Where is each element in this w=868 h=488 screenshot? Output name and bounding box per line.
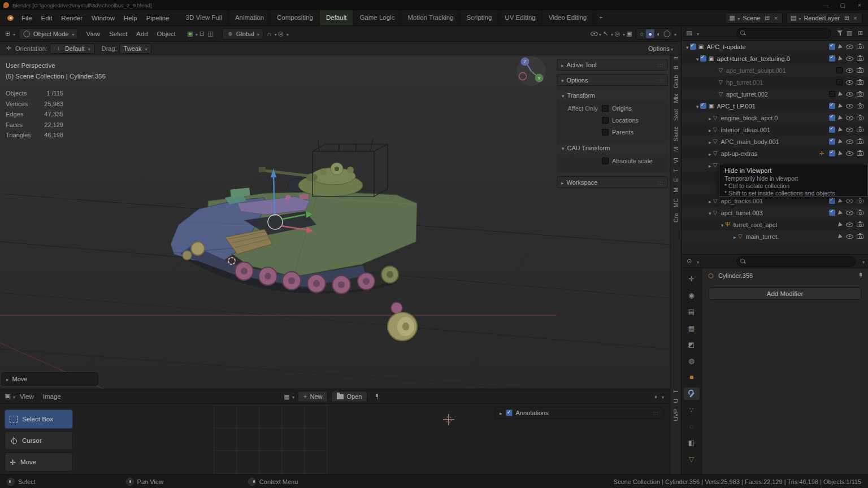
new-image-button[interactable]: +New: [298, 391, 328, 402]
sidebar-tab[interactable]: It: [672, 55, 679, 64]
axis-gizmo[interactable]: Z Y: [517, 56, 546, 86]
add-workspace-button[interactable]: +: [593, 10, 608, 25]
blender-logo-icon[interactable]: [5, 15, 14, 21]
pin-icon[interactable]: [374, 394, 380, 399]
expand-arrow-icon[interactable]: [696, 55, 699, 62]
disable-render-icon[interactable]: [857, 151, 863, 156]
properties-editor-icon[interactable]: ⊙: [685, 257, 693, 265]
selectable-pointer-icon[interactable]: [838, 139, 843, 145]
expand-arrow-icon[interactable]: [696, 103, 699, 110]
disable-render-icon[interactable]: [857, 56, 863, 61]
selectable-checkbox[interactable]: [829, 198, 835, 204]
properties-search[interactable]: [736, 256, 856, 267]
outliner-row[interactable]: ▽ apct_turret.003: [682, 207, 868, 219]
selectable-checkbox[interactable]: [829, 91, 835, 97]
menu-image[interactable]: Image: [38, 389, 66, 404]
menu-help[interactable]: Help: [119, 10, 142, 26]
remove-layer-icon[interactable]: ×: [851, 14, 860, 22]
selectable-checkbox[interactable]: [829, 55, 835, 62]
selectable-pointer-icon[interactable]: [838, 210, 843, 216]
sidebar-tab[interactable]: U: [672, 398, 679, 408]
hide-viewport-icon[interactable]: [846, 116, 853, 120]
panel-workspace[interactable]: Workspace: [557, 176, 668, 188]
selectable-pointer-icon[interactable]: [838, 198, 843, 204]
outliner-item-label[interactable]: APC_main_body.001: [721, 138, 779, 145]
tab-animation[interactable]: Animation: [229, 10, 271, 25]
tab-3d-view-full[interactable]: 3D View Full: [180, 10, 229, 25]
outliner-item-label[interactable]: APC_t-update: [707, 43, 746, 50]
outliner-item-label[interactable]: engine_block_apct.0: [721, 115, 778, 121]
new-collection-icon[interactable]: ⊞: [856, 29, 865, 37]
sidebar-tab[interactable]: Grab: [672, 74, 679, 93]
outliner-item-label[interactable]: interior_ideas.001: [721, 127, 770, 133]
selectable-checkbox[interactable]: [836, 67, 843, 73]
material-shading-icon[interactable]: ◐: [654, 29, 663, 38]
panel-active-tool[interactable]: Active Tool: [557, 59, 668, 71]
collection-checkbox[interactable]: [690, 43, 696, 50]
outliner-row[interactable]: ▽ interior_ideas.001: [682, 124, 868, 136]
menu-file[interactable]: File: [17, 10, 37, 26]
subpanel-transform[interactable]: Transform: [558, 90, 667, 101]
tab-physics[interactable]: ◌: [684, 420, 700, 433]
menu-window[interactable]: Window: [87, 10, 119, 26]
snap-magnet-icon[interactable]: ∩: [265, 29, 274, 38]
drag-grip-icon[interactable]: [657, 77, 663, 84]
hide-viewport-icon[interactable]: [846, 80, 853, 85]
minimize-button[interactable]: —: [817, 0, 834, 10]
selectable-pointer-icon[interactable]: [838, 103, 843, 109]
tab-uv-editing[interactable]: UV Editing: [498, 10, 542, 25]
detached-wheel[interactable]: [388, 302, 417, 341]
display-mode-icon[interactable]: ▥: [845, 29, 854, 37]
disable-render-icon[interactable]: [857, 211, 863, 215]
menu-view[interactable]: View: [15, 389, 38, 404]
disable-render-icon[interactable]: [857, 80, 863, 85]
sidebar-tab[interactable]: Sket: [672, 108, 679, 125]
tab-tool[interactable]: ✛: [684, 273, 700, 285]
tab-object[interactable]: ■: [684, 371, 700, 384]
disable-render-icon[interactable]: [857, 116, 863, 120]
disable-render-icon[interactable]: [857, 128, 863, 132]
orientation-dropdown[interactable]: ⊕ Global: [222, 28, 263, 40]
copy-attributes-icon[interactable]: ◫: [206, 29, 215, 38]
outliner-item-label[interactable]: apt-up-extras: [721, 150, 758, 157]
menu-add[interactable]: Add: [132, 26, 152, 42]
menu-select[interactable]: Select: [105, 26, 132, 42]
unlink-scene-icon[interactable]: ×: [771, 14, 780, 22]
rendered-shading-icon[interactable]: ◯: [663, 29, 671, 38]
hide-viewport-icon[interactable]: [846, 234, 853, 239]
sidebar-tab[interactable]: Cre: [672, 212, 679, 227]
selectable-checkbox[interactable]: [829, 210, 835, 216]
outliner-row[interactable]: ▽ APC_main_body.001: [682, 136, 868, 147]
overlays-icon[interactable]: ◎: [613, 29, 622, 38]
cursor-tool-button[interactable]: Cursor: [5, 431, 73, 450]
tab-modifiers[interactable]: [684, 387, 700, 400]
disable-render-icon[interactable]: [857, 68, 863, 73]
disable-render-icon[interactable]: [857, 104, 863, 108]
drag-grip-icon[interactable]: [657, 179, 663, 186]
outliner-row[interactable]: ▽ apt-up-extras ✛: [682, 147, 868, 159]
outliner-row[interactable]: ▽ apct_turret.002: [682, 88, 868, 100]
selectable-checkbox[interactable]: [829, 43, 835, 50]
browse-image-dropdown[interactable]: ▦: [283, 393, 294, 401]
tab-render[interactable]: ◉: [684, 289, 700, 302]
renderlayer-selector[interactable]: ▤ RenderLayer ⊞ ×: [786, 12, 862, 24]
parents-checkbox[interactable]: [602, 129, 609, 136]
selectable-pointer-icon[interactable]: [838, 151, 843, 156]
tab-video-editing[interactable]: Video Editing: [542, 10, 594, 25]
selectable-checkbox[interactable]: [829, 115, 835, 121]
hide-viewport-icon[interactable]: [846, 223, 853, 227]
sidebar-tab[interactable]: VI: [672, 156, 679, 168]
sidebar-tab[interactable]: T: [672, 389, 679, 398]
hide-viewport-icon[interactable]: [846, 68, 853, 73]
search-input[interactable]: [748, 30, 827, 37]
tab-object-data[interactable]: ▽: [684, 453, 700, 465]
proportional-edit-icon[interactable]: ◎: [277, 29, 285, 38]
annotations-panel[interactable]: Annotations: [494, 407, 664, 419]
editor-type-icon[interactable]: ⊞: [3, 29, 12, 38]
selectable-checkbox[interactable]: [829, 127, 835, 133]
drag-grip-icon[interactable]: [657, 62, 663, 68]
sidebar-tab[interactable]: Mix: [672, 93, 679, 107]
collection-checkbox[interactable]: [700, 103, 706, 109]
outliner-row[interactable]: ▽ apc_turret_sculpt.001: [682, 64, 868, 76]
chevron-down-icon[interactable]: [861, 258, 865, 265]
